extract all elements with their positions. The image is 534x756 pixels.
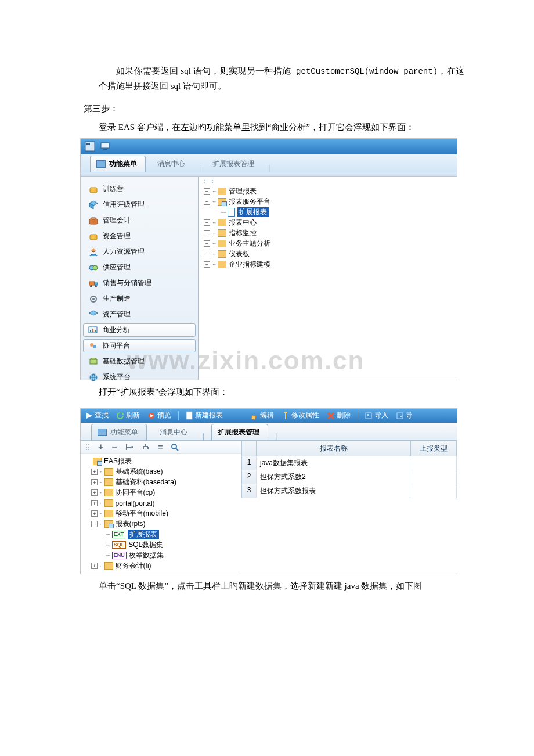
table-row[interactable]: 2 担保方式系数2 bbox=[241, 470, 457, 484]
folder-icon bbox=[104, 478, 113, 486]
tree-node-root[interactable]: EAS报表 bbox=[84, 456, 237, 467]
tree-node[interactable]: +···报表中心 bbox=[204, 217, 452, 228]
tree-node[interactable]: −···报表服务平台 bbox=[204, 196, 452, 207]
delete-button[interactable]: 删除 bbox=[325, 411, 353, 420]
tree-node[interactable]: +···管理报表 bbox=[204, 186, 452, 196]
svg-rect-35 bbox=[284, 412, 287, 413]
tab-functions[interactable]: 功能菜单 bbox=[90, 156, 146, 172]
preview-button[interactable]: 预览 bbox=[146, 411, 174, 420]
expand-icon[interactable]: + bbox=[204, 251, 210, 257]
sidebar-item-label: 人力资源管理 bbox=[103, 247, 145, 257]
button-label: 查找 bbox=[95, 411, 109, 420]
tree-icon[interactable] bbox=[142, 443, 150, 451]
tab-label: 功能菜单 bbox=[109, 159, 137, 169]
tree-node[interactable]: +···企业指标建模 bbox=[204, 259, 452, 269]
expand-icon[interactable]: + bbox=[91, 479, 98, 485]
folder-open-icon bbox=[93, 458, 102, 465]
tree-node-selected[interactable]: ├··EXT扩展报表 bbox=[84, 530, 237, 540]
button-label: 预览 bbox=[157, 411, 171, 420]
paragraph-sql-note: 如果你需要返回 sql 语句，则实现另一种措施 getCustomerSQL(w… bbox=[99, 64, 464, 93]
tab-ext-report-mgmt[interactable]: 扩展报表管理 bbox=[207, 156, 262, 172]
svg-line-48 bbox=[176, 448, 178, 451]
sidebar-item-basedata[interactable]: 基础数据管理 bbox=[83, 355, 196, 368]
table-row[interactable]: 1 java数据集报表 bbox=[241, 456, 457, 470]
sidebar-item-training[interactable]: 训练营 bbox=[83, 182, 196, 196]
expand-icon[interactable]: + bbox=[91, 469, 98, 475]
expand-icon[interactable]: + bbox=[204, 219, 210, 226]
sidebar-item-credit[interactable]: 信用评级管理 bbox=[83, 198, 196, 211]
tree-label: EAS报表 bbox=[104, 456, 132, 466]
svg-point-45 bbox=[88, 449, 89, 450]
sidebar-item-sysplatform[interactable]: 系统平台 bbox=[83, 370, 196, 384]
tree-node[interactable]: ├··SQL SQL数据集 bbox=[84, 540, 237, 550]
equals-icon[interactable]: = bbox=[158, 444, 163, 451]
edit-button[interactable]: 编辑 bbox=[248, 411, 276, 420]
tree-label: 企业指标建模 bbox=[229, 260, 270, 269]
grip-icon bbox=[204, 180, 213, 183]
header-number bbox=[241, 441, 257, 456]
tree-node[interactable]: +···业务主题分析 bbox=[204, 238, 452, 249]
sidebar-item-sales[interactable]: 销售与分销管理 bbox=[83, 276, 196, 290]
sidebar-item-hr[interactable]: 人力资源管理 bbox=[83, 245, 196, 258]
collapse-icon[interactable]: − bbox=[204, 199, 210, 205]
expand-icon[interactable]: + bbox=[204, 188, 210, 195]
tab-ext-report-mgmt[interactable]: 扩展报表管理 bbox=[211, 424, 268, 440]
find-button[interactable]: 查找 bbox=[84, 411, 111, 420]
expand-icon[interactable]: + bbox=[91, 563, 98, 569]
expand-icon[interactable]: + bbox=[204, 261, 210, 268]
expand-icon[interactable]: + bbox=[204, 230, 210, 236]
table-row[interactable]: 3 担保方式系数报表 bbox=[241, 484, 457, 498]
tree-node[interactable]: +··基础资料(basedata) bbox=[84, 477, 237, 488]
tree-node[interactable]: +···仪表板 bbox=[204, 249, 452, 259]
sidebar-item-funds[interactable]: 资金管理 bbox=[83, 229, 196, 243]
tree-node[interactable]: └··ENU 枚举数据集 bbox=[84, 550, 237, 561]
sidebar-item-production[interactable]: 生产制造 bbox=[83, 292, 196, 305]
tree-node[interactable]: +··移动平台(mobile) bbox=[84, 509, 237, 519]
minus-icon[interactable]: − bbox=[111, 444, 117, 451]
expand-icon[interactable]: + bbox=[91, 510, 98, 517]
tree-node[interactable]: +··portal(portal) bbox=[84, 498, 237, 509]
tree-label: 基础资料(basedata) bbox=[116, 477, 176, 487]
branch-icon[interactable] bbox=[125, 443, 134, 451]
plus-icon[interactable]: + bbox=[98, 444, 103, 451]
svg-rect-33 bbox=[186, 412, 192, 419]
tree-node-selected[interactable]: └···扩展报表 bbox=[204, 207, 452, 217]
tab-msgcenter[interactable]: 消息中心 bbox=[154, 424, 196, 440]
tree-node[interactable]: +···指标监控 bbox=[204, 228, 452, 238]
tree-panel: +···管理报表 −···报表服务平台 └···扩展报表 +···报表中心 +·… bbox=[199, 177, 457, 380]
folder-icon bbox=[218, 229, 226, 237]
refresh-button[interactable]: 刷新 bbox=[114, 411, 142, 420]
sidebar-item-supply[interactable]: 供应管理 bbox=[83, 261, 196, 274]
tree-label: 管理报表 bbox=[229, 186, 257, 196]
window-titlebar bbox=[81, 139, 457, 154]
new-report-button[interactable]: 新建报表 bbox=[183, 411, 225, 420]
expand-icon[interactable]: + bbox=[204, 240, 210, 247]
tree-label: 报表(rpts) bbox=[116, 519, 146, 529]
expand-icon[interactable]: + bbox=[91, 489, 98, 496]
import-button[interactable]: 导入 bbox=[363, 411, 391, 420]
footer-paragraph: 单击“SQL 数据集”，点击工具栏上旳新建数据集，选择新建新建 java 数据集… bbox=[81, 579, 464, 594]
edit-prop-button[interactable]: 修改属性 bbox=[280, 411, 322, 420]
tab-msgcenter[interactable]: 消息中心 bbox=[151, 156, 193, 172]
sidebar-item-collab[interactable]: 协同平台 bbox=[83, 339, 196, 352]
tree-node[interactable]: +··协同平台(cp) bbox=[84, 488, 237, 498]
tree-node[interactable]: +··基础系统(base) bbox=[84, 467, 237, 477]
collapse-icon[interactable]: − bbox=[91, 521, 98, 527]
users-icon bbox=[88, 341, 98, 351]
cell-report-name: 担保方式系数2 bbox=[257, 470, 410, 484]
cell-report-type bbox=[410, 456, 457, 470]
folder-icon bbox=[104, 562, 113, 570]
export-button[interactable]: 导 bbox=[394, 411, 415, 420]
folder-icon bbox=[218, 219, 226, 226]
search-icon[interactable] bbox=[171, 443, 179, 451]
table-header: 报表名称 上报类型 bbox=[241, 441, 457, 456]
expand-icon[interactable]: + bbox=[91, 500, 98, 506]
sidebar-item-accounting[interactable]: 管理会计 bbox=[83, 214, 196, 227]
sidebar-item-assets[interactable]: 资产管理 bbox=[83, 308, 196, 321]
svg-point-47 bbox=[172, 444, 176, 449]
sidebar-item-bi[interactable]: 商业分析 bbox=[83, 323, 196, 337]
tab-functions[interactable]: 功能菜单 bbox=[91, 424, 147, 440]
step3-heading: 第三步： bbox=[84, 102, 464, 117]
tree-node[interactable]: −··报表(rpts) bbox=[84, 519, 237, 530]
tree-node[interactable]: +··财务会计(fi) bbox=[84, 561, 237, 571]
